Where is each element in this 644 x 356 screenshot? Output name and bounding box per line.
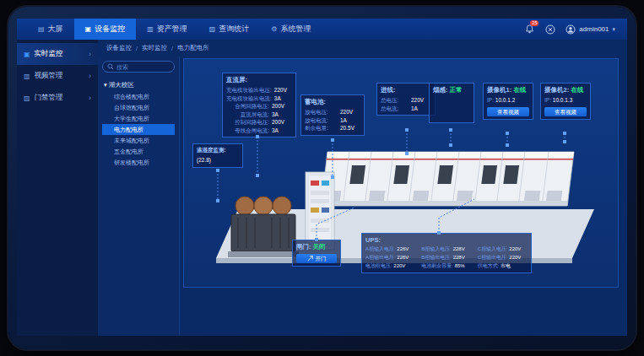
sidebar-item-video-management[interactable]: ▥ 视频管理 ›	[17, 65, 98, 87]
battery-panel: 蓄电池: 放电电压:220V 放电电流:1A 剩余电量:20.5V	[300, 94, 365, 136]
screen-icon: ▤	[38, 25, 45, 33]
metric-label: 直流屏电流:	[226, 111, 269, 119]
panel-title: 进线:	[381, 86, 431, 94]
panel-title: UPS:	[365, 236, 528, 244]
search-box[interactable]	[102, 61, 175, 73]
tab-system-management[interactable]: ⚙ 系统管理	[260, 19, 322, 40]
panel-title: 蓄电池:	[305, 98, 360, 106]
metric-label: 剩余电量:	[305, 124, 338, 132]
metric-label: 合闸回路电压:	[226, 102, 269, 111]
metric-label: 充电模块输出电流:	[226, 94, 272, 103]
sidebar-item-label: 门禁管理	[35, 93, 63, 103]
panel-title: 温湿度监测:	[197, 147, 239, 154]
open-icon	[307, 256, 313, 262]
stats-icon: ▨	[209, 25, 216, 33]
station-tree: ▾ 湖大校区 综合楼配电所 台球馆配电所 大学生配电所 电力配电所 未来城配电所…	[102, 79, 175, 168]
tree-group-label: 湖大校区	[109, 81, 134, 89]
sidebar-item-realtime-monitor[interactable]: ▣ 实时监控 ›	[17, 43, 98, 65]
breadcrumb-item[interactable]: 实时监控	[142, 44, 167, 52]
tab-label: 设备监控	[95, 24, 125, 35]
metric-value: 220V	[509, 246, 521, 251]
metric-label: B相输入电压:	[421, 246, 452, 251]
metric-value: 3A	[272, 127, 292, 135]
tab-query-stats[interactable]: ▨ 查询统计	[198, 19, 261, 40]
panel-title: 烟感: 正常	[433, 86, 470, 94]
tab-label: 资产管理	[157, 24, 187, 35]
view-video-button[interactable]: 查看视频	[487, 107, 529, 116]
chevron-down-icon: ▾	[612, 26, 615, 33]
monitor-icon: ▣	[85, 25, 92, 33]
tree-item-selected[interactable]: 电力配电所	[102, 124, 175, 135]
tab-asset-management[interactable]: ▥ 资产管理	[136, 19, 198, 40]
metric-label: 充电模块输出电压:	[226, 86, 272, 94]
gear-icon: ⚙	[271, 25, 277, 33]
camera1-ip: 10.0.1.2	[495, 97, 516, 103]
metric-value: 220V	[274, 86, 292, 94]
sidebar: ▣ 实时监控 › ▥ 视频管理 › ▨ 门禁管理 ›	[17, 40, 98, 336]
tree-item[interactable]: 未来城配电所	[102, 135, 175, 146]
breadcrumb-item[interactable]: 设备监控	[106, 44, 132, 52]
chevron-right-icon: ›	[89, 94, 91, 102]
metric-label: A相输出电压:	[365, 255, 396, 260]
asset-icon: ▥	[147, 25, 154, 33]
ip-label: IP:	[487, 97, 494, 103]
ip-label: IP:	[544, 97, 551, 103]
open-door-button[interactable]: 开门	[296, 254, 337, 263]
search-input[interactable]	[116, 64, 170, 70]
notification-badge: 25	[530, 20, 538, 26]
metric-value: 220V	[509, 255, 521, 260]
search-icon	[107, 63, 114, 70]
metric-value: 200V	[272, 102, 292, 111]
tree-item[interactable]: 综合楼配电所	[102, 91, 175, 102]
view-video-button[interactable]: 查看视频	[544, 107, 587, 116]
metric-value: 228V	[453, 255, 465, 260]
gate-status: 关闭	[313, 243, 326, 251]
device-frame: ▤ 大屏 ▣ 设备监控 ▥ 资产管理 ▨ 查询统计 ⚙ 系统管理 25	[8, 7, 636, 349]
control-rack	[306, 172, 334, 250]
camera2-status: 在线	[571, 86, 583, 94]
tab-device-monitor[interactable]: ▣ 设备监控	[74, 19, 137, 40]
tree-item[interactable]: 大学生配电所	[102, 113, 175, 124]
panel-title: 直流屏:	[226, 76, 292, 84]
metric-label: C相输出电压:	[478, 255, 508, 260]
chevron-right-icon: ›	[89, 50, 91, 58]
camera2-ip: 10.0.1.3	[553, 97, 573, 103]
tree-group[interactable]: ▾ 湖大校区	[102, 79, 175, 91]
breadcrumb-separator: /	[136, 45, 138, 52]
smoke-sensor-panel: 烟感: 正常	[429, 83, 474, 123]
sidebar-item-label: 实时监控	[35, 49, 63, 59]
sidebar-item-access-control[interactable]: ▨ 门禁管理 ›	[17, 87, 98, 109]
metric-label: 总电流:	[381, 105, 409, 113]
metric-value: 市电	[501, 263, 511, 268]
camera1-panel: 摄像机1: 在线 IP: 10.0.1.2 查看视频	[483, 83, 533, 120]
tab-dashboard[interactable]: ▤ 大屏	[27, 19, 74, 40]
tab-label: 大屏	[48, 24, 63, 35]
smoke-status: 正常	[450, 86, 463, 94]
gate-panel: 闸门: 关闭 开门	[292, 240, 341, 267]
metric-label: 放电电压:	[305, 108, 338, 116]
metric-value: 20.5V	[340, 124, 360, 132]
tab-label: 查询统计	[219, 24, 249, 35]
metric-label: 控制回路电压:	[226, 118, 269, 127]
camera2-panel: 摄像机2: 在线 IP: 10.0.1.3 查看视频	[540, 83, 591, 120]
sensor-value: (22.8)	[197, 157, 211, 163]
fullscreen-icon[interactable]	[544, 24, 556, 35]
tree-item[interactable]: 五金配电所	[102, 146, 175, 157]
user-menu[interactable]: admin001 ▾	[566, 24, 615, 35]
temp-humidity-panel: 温湿度监测: (22.8)	[192, 143, 243, 168]
notification-bell-icon[interactable]: 25	[523, 24, 535, 35]
breadcrumb-item-current: 电力配电所	[177, 44, 209, 52]
tree-item[interactable]: 台球馆配电所	[102, 102, 175, 113]
panel-title: 摄像机1: 在线	[487, 86, 529, 94]
metric-value: 226V	[397, 246, 409, 251]
panel-title: 摄像机2: 在线	[544, 86, 587, 94]
tab-label: 系统管理	[280, 24, 311, 35]
metric-value: 85%	[455, 263, 465, 268]
metric-value: 3A	[274, 94, 292, 103]
topbar-right: 25 admin001 ▾	[523, 19, 627, 40]
metric-value: 1A	[340, 116, 360, 125]
chevron-right-icon: ›	[89, 72, 91, 80]
tree-item[interactable]: 研发楼配电所	[102, 157, 175, 168]
dc-screen-panel: 直流屏: 充电模块输出电压:220V 充电模块输出电流:3A 合闸回路电压:20…	[222, 73, 296, 138]
door-icon: ▨	[24, 94, 30, 102]
